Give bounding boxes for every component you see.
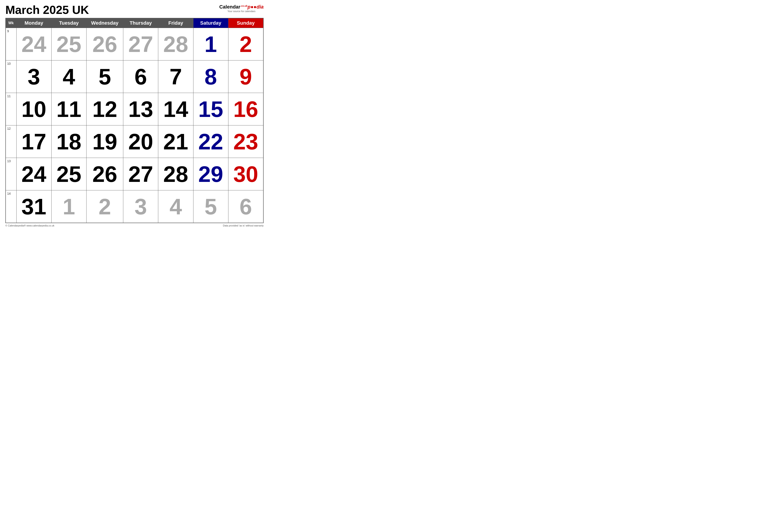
day-number: 6 — [240, 194, 252, 219]
day-cell[interactable]: 19 — [86, 126, 123, 158]
day-number: 19 — [92, 129, 117, 154]
day-cell[interactable]: 2 — [86, 190, 123, 223]
day-number: 26 — [92, 32, 117, 57]
week-number: 13 — [6, 158, 17, 190]
logo: Calendar.co.ukp●●dia Your source for cal… — [219, 4, 263, 13]
thursday-header: Thursday — [123, 18, 158, 28]
day-cell[interactable]: 5 — [193, 190, 228, 223]
day-cell[interactable]: 24 — [17, 28, 51, 60]
day-number: 24 — [21, 162, 46, 187]
day-number: 2 — [240, 32, 252, 57]
day-cell[interactable]: 6 — [123, 60, 158, 93]
footer-right: Data provided 'as is' without warranty — [223, 224, 263, 227]
day-cell[interactable]: 26 — [86, 28, 123, 60]
page-header: March 2025 UK Calendar.co.ukp●●dia Your … — [5, 4, 263, 16]
day-number: 5 — [204, 194, 217, 219]
logo-pedia: p●●dia — [248, 4, 263, 10]
day-number: 4 — [62, 64, 75, 89]
calendar-row: 103456789 — [6, 60, 263, 93]
day-cell[interactable]: 1 — [51, 190, 86, 223]
day-number: 1 — [204, 32, 217, 57]
day-number: 25 — [57, 32, 81, 57]
day-number: 28 — [163, 162, 188, 187]
day-number: 24 — [21, 32, 46, 57]
page-title: March 2025 UK — [5, 4, 89, 16]
day-cell[interactable]: 14 — [158, 93, 193, 126]
header-row: Wk Monday Tuesday Wednesday Thursday Fri… — [6, 18, 263, 28]
day-cell[interactable]: 27 — [123, 158, 158, 190]
day-cell[interactable]: 15 — [193, 93, 228, 126]
day-number: 26 — [92, 162, 117, 187]
calendar-row: 9242526272812 — [6, 28, 263, 60]
day-cell[interactable]: 5 — [86, 60, 123, 93]
day-number: 16 — [233, 96, 258, 122]
day-number: 13 — [128, 96, 153, 122]
logo-couk: .co.uk — [240, 5, 248, 7]
day-cell[interactable]: 27 — [123, 28, 158, 60]
day-cell[interactable]: 4 — [158, 190, 193, 223]
day-number: 9 — [240, 64, 252, 89]
day-cell[interactable]: 20 — [123, 126, 158, 158]
logo-calendar: Calendar — [219, 4, 240, 10]
day-cell[interactable]: 21 — [158, 126, 193, 158]
day-cell[interactable]: 30 — [228, 158, 263, 190]
day-number: 5 — [99, 64, 111, 89]
day-cell[interactable]: 23 — [228, 126, 263, 158]
day-cell[interactable]: 12 — [86, 93, 123, 126]
day-number: 8 — [204, 64, 217, 89]
day-cell[interactable]: 3 — [123, 190, 158, 223]
day-cell[interactable]: 25 — [51, 28, 86, 60]
logo-text: Calendar.co.ukp●●dia — [219, 4, 263, 10]
day-cell[interactable]: 28 — [158, 158, 193, 190]
day-number: 2 — [99, 194, 111, 219]
day-cell[interactable]: 9 — [228, 60, 263, 93]
day-cell[interactable]: 6 — [228, 190, 263, 223]
tuesday-header: Tuesday — [51, 18, 86, 28]
day-cell[interactable]: 7 — [158, 60, 193, 93]
day-cell[interactable]: 31 — [17, 190, 51, 223]
day-number: 23 — [233, 129, 258, 154]
day-number: 6 — [135, 64, 147, 89]
friday-header: Friday — [158, 18, 193, 28]
day-number: 28 — [163, 32, 188, 57]
day-cell[interactable]: 17 — [17, 126, 51, 158]
day-cell[interactable]: 13 — [123, 93, 158, 126]
day-cell[interactable]: 22 — [193, 126, 228, 158]
day-cell[interactable]: 26 — [86, 158, 123, 190]
day-number: 25 — [57, 162, 81, 187]
day-number: 20 — [128, 129, 153, 154]
calendar-row: 1217181920212223 — [6, 126, 263, 158]
calendar-table: Wk Monday Tuesday Wednesday Thursday Fri… — [5, 18, 263, 223]
day-cell[interactable]: 24 — [17, 158, 51, 190]
footer: © Calendarpedia® www.calendarpedia.co.uk… — [5, 224, 263, 227]
day-cell[interactable]: 11 — [51, 93, 86, 126]
wednesday-header: Wednesday — [86, 18, 123, 28]
day-number: 7 — [170, 64, 182, 89]
day-cell[interactable]: 29 — [193, 158, 228, 190]
logo-subtitle: Your source for calendars — [219, 10, 263, 13]
calendar-row: 1431123456 — [6, 190, 263, 223]
day-cell[interactable]: 16 — [228, 93, 263, 126]
day-number: 15 — [198, 96, 223, 122]
week-number: 11 — [6, 93, 17, 126]
day-cell[interactable]: 4 — [51, 60, 86, 93]
day-cell[interactable]: 18 — [51, 126, 86, 158]
saturday-header: Saturday — [193, 18, 228, 28]
day-number: 11 — [57, 96, 81, 122]
day-cell[interactable]: 1 — [193, 28, 228, 60]
day-number: 27 — [128, 162, 153, 187]
day-cell[interactable]: 3 — [17, 60, 51, 93]
day-number: 17 — [21, 129, 46, 154]
day-number: 31 — [21, 194, 46, 219]
week-number: 14 — [6, 190, 17, 223]
day-cell[interactable]: 8 — [193, 60, 228, 93]
day-number: 14 — [163, 96, 188, 122]
day-number: 22 — [198, 129, 223, 154]
day-cell[interactable]: 25 — [51, 158, 86, 190]
day-number: 3 — [27, 64, 40, 89]
day-cell[interactable]: 10 — [17, 93, 51, 126]
sunday-header: Sunday — [228, 18, 263, 28]
day-number: 27 — [128, 32, 153, 57]
day-cell[interactable]: 28 — [158, 28, 193, 60]
day-cell[interactable]: 2 — [228, 28, 263, 60]
